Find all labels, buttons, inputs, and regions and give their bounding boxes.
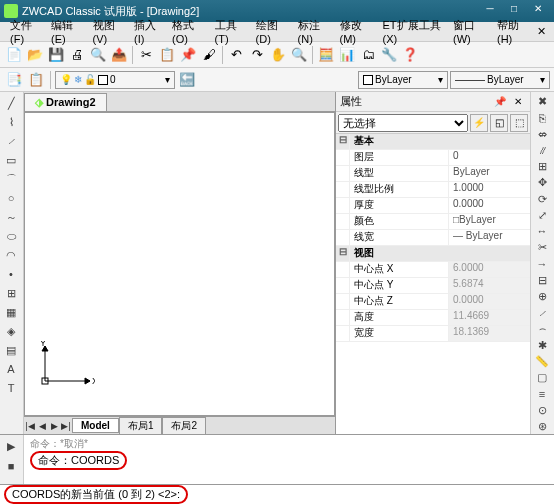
menu-et[interactable]: ET扩展工具(X) (377, 18, 448, 45)
menu-help[interactable]: 帮助(H) (491, 18, 533, 45)
doc-close-button[interactable]: ✕ (533, 25, 550, 38)
mtext-icon[interactable]: T (0, 379, 22, 397)
paste-icon[interactable]: 📌 (178, 45, 198, 65)
prop-row[interactable]: 颜色□ByLayer (336, 214, 530, 230)
drawing-canvas[interactable]: XY (24, 112, 335, 416)
layout-first-icon[interactable]: |◀ (24, 419, 36, 433)
menu-edit[interactable]: 编辑(E) (45, 18, 87, 45)
move-icon[interactable]: ✥ (531, 175, 553, 190)
ray-icon[interactable]: ⟋ (0, 132, 22, 150)
menu-window[interactable]: 窗口(W) (447, 18, 491, 45)
pan-icon[interactable]: ✋ (268, 45, 288, 65)
zoom-icon[interactable]: 🔍 (289, 45, 309, 65)
help-icon[interactable]: ❓ (400, 45, 420, 65)
rotate-icon[interactable]: ⟳ (531, 191, 553, 206)
prop-group[interactable]: ⊟基本 (336, 134, 530, 150)
preview-icon[interactable]: 🔍 (88, 45, 108, 65)
erase-icon[interactable]: ✖ (531, 94, 553, 109)
menu-format[interactable]: 格式(O) (166, 18, 208, 45)
prop-value[interactable]: 0 (448, 150, 530, 165)
prop-value[interactable]: 0.0000 (448, 198, 530, 213)
offset-icon[interactable]: ⫽ (531, 143, 553, 158)
command-history[interactable]: 命令：*取消* 命令：COORDS (24, 435, 554, 484)
select-objects-icon[interactable]: ◱ (490, 114, 508, 132)
design-icon[interactable]: 🗂 (358, 45, 378, 65)
circle-icon[interactable]: ○ (0, 189, 22, 207)
layer-prev-icon[interactable]: 🔙 (177, 70, 197, 90)
linetype-dropdown[interactable]: ——— ByLayer ▾ (450, 71, 550, 89)
menu-modify[interactable]: 修改(M) (334, 18, 377, 45)
ellipse-icon[interactable]: ⬭ (0, 227, 22, 245)
layout-1[interactable]: 布局1 (119, 417, 163, 435)
scale-icon[interactable]: ⤢ (531, 208, 553, 223)
prop-row[interactable]: 线宽— ByLayer (336, 230, 530, 246)
prop-value[interactable]: 1.0000 (448, 182, 530, 197)
layer-state-icon[interactable]: 📋 (26, 70, 46, 90)
prop-row[interactable]: 厚度0.0000 (336, 198, 530, 214)
prop-row[interactable]: 线型比例1.0000 (336, 182, 530, 198)
layer-dropdown[interactable]: 💡❄🔓 0 ▾ (55, 71, 175, 89)
point-icon[interactable]: • (0, 265, 22, 283)
command-prompt[interactable]: COORDS的新当前值 (0 到 2) <2>: (0, 484, 554, 504)
menu-dim[interactable]: 标注(N) (292, 18, 334, 45)
cmd-icon2[interactable]: ■ (0, 457, 22, 475)
fillet-icon[interactable]: ⌢ (531, 321, 553, 336)
undo-icon[interactable]: ↶ (226, 45, 246, 65)
redo-icon[interactable]: ↷ (247, 45, 267, 65)
close-button[interactable]: ✕ (526, 3, 550, 19)
print-icon[interactable]: 🖨 (67, 45, 87, 65)
layout-model[interactable]: Model (72, 418, 119, 433)
mirror-icon[interactable]: ⇎ (531, 126, 553, 141)
new-icon[interactable]: 📄 (4, 45, 24, 65)
table-icon[interactable]: ▤ (0, 341, 22, 359)
menu-draw[interactable]: 绘图(D) (250, 18, 292, 45)
copy-icon[interactable]: 📋 (157, 45, 177, 65)
rect-icon[interactable]: ▭ (0, 151, 22, 169)
quick-select-icon[interactable]: ⚡ (470, 114, 488, 132)
menu-view[interactable]: 视图(V) (87, 18, 129, 45)
layout-prev-icon[interactable]: ◀ (36, 419, 48, 433)
id-icon[interactable]: ⊙ (531, 402, 553, 417)
calc-icon[interactable]: 🧮 (316, 45, 336, 65)
extend-icon[interactable]: → (531, 256, 553, 271)
layout-next-icon[interactable]: ▶ (48, 419, 60, 433)
toggle-pick-icon[interactable]: ⬚ (510, 114, 528, 132)
layout-2[interactable]: 布局2 (162, 417, 206, 435)
list-icon[interactable]: ≡ (531, 386, 553, 401)
maximize-button[interactable]: □ (502, 3, 526, 19)
pin-icon[interactable]: 📌 (490, 96, 510, 107)
region-icon[interactable]: ◈ (0, 322, 22, 340)
prop-row[interactable]: 线型ByLayer (336, 166, 530, 182)
menu-file[interactable]: 文件(F) (4, 18, 45, 45)
line-icon[interactable]: ╱ (0, 94, 22, 112)
polyline-icon[interactable]: ⌇ (0, 113, 22, 131)
dist-icon[interactable]: 📏 (531, 354, 553, 369)
stretch-icon[interactable]: ↔ (531, 224, 553, 239)
prop-row[interactable]: 图层0 (336, 150, 530, 166)
join-icon[interactable]: ⊕ (531, 289, 553, 304)
menu-insert[interactable]: 插入(I) (128, 18, 166, 45)
palette-close-icon[interactable]: ✕ (510, 96, 526, 107)
drawing-tab[interactable]: ⬗ Drawing2 (24, 93, 107, 111)
block-icon[interactable]: ⊞ (0, 284, 22, 302)
copy-icon[interactable]: ⎘ (531, 110, 553, 125)
text-icon[interactable]: A (0, 360, 22, 378)
prop-value[interactable]: — ByLayer (448, 230, 530, 245)
arc-icon[interactable]: ⌒ (0, 170, 22, 188)
hatch-icon[interactable]: ▦ (0, 303, 22, 321)
area-icon[interactable]: ▢ (531, 370, 553, 385)
color-dropdown[interactable]: ByLayer ▾ (358, 71, 448, 89)
layout-last-icon[interactable]: ▶| (60, 419, 72, 433)
trim-icon[interactable]: ✂ (531, 240, 553, 255)
open-icon[interactable]: 📂 (25, 45, 45, 65)
array-icon[interactable]: ⊞ (531, 159, 553, 174)
prop-group[interactable]: ⊟视图 (336, 246, 530, 262)
cmd-icon[interactable]: ▶ (0, 437, 22, 455)
prop-value[interactable]: □ByLayer (448, 214, 530, 229)
ellipse-arc-icon[interactable]: ◠ (0, 246, 22, 264)
match-icon[interactable]: 🖌 (199, 45, 219, 65)
break-icon[interactable]: ⊟ (531, 273, 553, 288)
minimize-button[interactable]: ─ (478, 3, 502, 19)
props-icon[interactable]: 📊 (337, 45, 357, 65)
save-icon[interactable]: 💾 (46, 45, 66, 65)
